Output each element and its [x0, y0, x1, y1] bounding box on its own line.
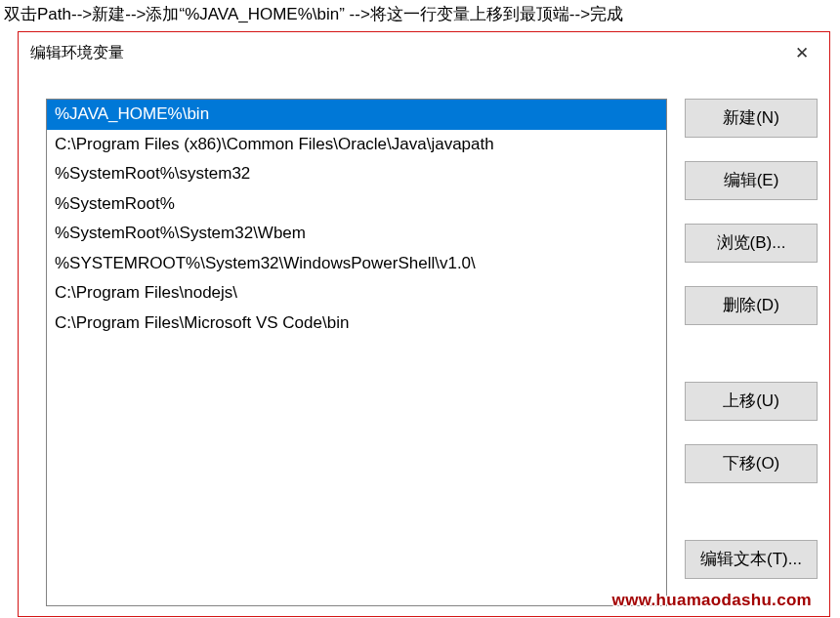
edit-button[interactable]: 编辑(E) [685, 161, 818, 200]
list-item[interactable]: %SystemRoot%\system32 [47, 159, 666, 189]
path-entries-listbox[interactable]: %JAVA_HOME%\bin C:\Program Files (x86)\C… [46, 99, 667, 606]
button-column: 新建(N) 编辑(E) 浏览(B)... 删除(D) 上移(U) 下移(O) 编… [685, 99, 818, 579]
dialog-body: %JAVA_HOME%\bin C:\Program Files (x86)\C… [46, 99, 819, 616]
window-title: 编辑环境变量 [30, 43, 124, 63]
list-item[interactable]: %SystemRoot%\System32\Wbem [47, 219, 666, 249]
list-item[interactable]: %SYSTEMROOT%\System32\WindowsPowerShell\… [47, 249, 666, 279]
move-up-button[interactable]: 上移(U) [685, 382, 818, 421]
list-item[interactable]: C:\Program Files\nodejs\ [47, 278, 666, 309]
list-item[interactable]: %SystemRoot% [47, 189, 666, 220]
edit-environment-variable-dialog: 编辑环境变量 ✕ %JAVA_HOME%\bin C:\Program File… [18, 31, 830, 617]
instruction-caption: 双击Path-->新建-->添加“%JAVA_HOME%\bin” -->将这一… [0, 0, 840, 29]
edit-text-button[interactable]: 编辑文本(T)... [685, 540, 818, 579]
list-item[interactable]: C:\Program Files (x86)\Common Files\Orac… [47, 130, 666, 160]
browse-button[interactable]: 浏览(B)... [685, 224, 818, 263]
delete-button[interactable]: 删除(D) [685, 286, 818, 325]
close-icon: ✕ [795, 43, 809, 63]
titlebar: 编辑环境变量 ✕ [19, 32, 829, 73]
move-down-button[interactable]: 下移(O) [685, 444, 818, 483]
close-button[interactable]: ✕ [780, 37, 823, 68]
new-button[interactable]: 新建(N) [685, 99, 818, 138]
list-item[interactable]: C:\Program Files\Microsoft VS Code\bin [47, 309, 666, 339]
list-item[interactable]: %JAVA_HOME%\bin [47, 100, 666, 130]
